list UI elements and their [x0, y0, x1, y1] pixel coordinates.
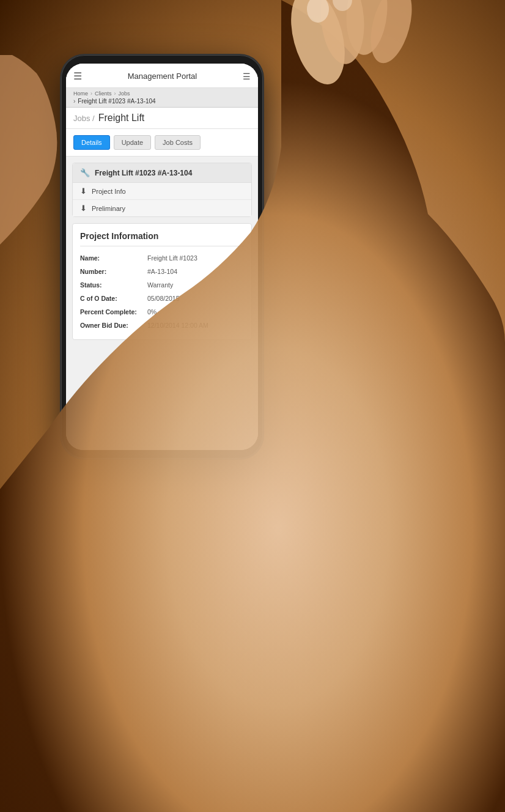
- breadcrumb-sep-1: ›: [90, 90, 92, 97]
- menu-left-icon[interactable]: ☰: [73, 70, 82, 82]
- breadcrumb-clients[interactable]: Clients: [95, 90, 112, 97]
- info-label-name: Name:: [80, 254, 147, 262]
- project-info-card: Project Information Name: Freight Lift #…: [72, 223, 252, 340]
- info-row-percent: Percent Complete: 0%: [80, 305, 244, 319]
- phone-screen: ☰ Management Portal ☰ Home › Clients › J…: [66, 64, 258, 450]
- info-value-owner-bid: 12/10/2014 12:00 AM: [147, 322, 208, 329]
- info-label-percent: Percent Complete:: [80, 308, 147, 316]
- project-card: 🔧 Freight Lift #1023 #A-13-104 ⬇ Project…: [72, 163, 252, 217]
- breadcrumb-arrow-icon: ›: [73, 98, 75, 105]
- download-label-2: Preliminary: [92, 205, 125, 212]
- menu-right-icon[interactable]: ☰: [243, 72, 251, 81]
- breadcrumb-current-label: Freight Lift #1023 #A-13-104: [78, 98, 155, 105]
- info-label-cof-date: C of O Date:: [80, 295, 147, 302]
- breadcrumb-home[interactable]: Home: [73, 90, 88, 97]
- info-value-number: #A-13-104: [147, 268, 177, 275]
- breadcrumb-current: › Freight Lift #1023 #A-13-104: [73, 98, 251, 105]
- phone-device: ☰ Management Portal ☰ Home › Clients › J…: [61, 55, 263, 459]
- app-header: ☰ Management Portal ☰: [66, 64, 258, 88]
- download-icon-1: ⬇: [80, 186, 87, 196]
- info-value-cof-date: 05/08/2015: [147, 295, 180, 302]
- page-title-main: Freight Lift: [98, 113, 145, 124]
- tab-update[interactable]: Update: [114, 135, 151, 150]
- wrench-icon: 🔧: [80, 168, 90, 177]
- info-label-number: Number:: [80, 268, 147, 275]
- info-value-name: Freight Lift #1023: [147, 254, 197, 262]
- breadcrumb-bar: Home › Clients › Jobs › Freight Lift #10…: [66, 88, 258, 108]
- breadcrumb-sep-2: ›: [114, 90, 116, 97]
- project-card-header: 🔧 Freight Lift #1023 #A-13-104: [73, 163, 251, 183]
- download-label-1: Project Info: [92, 188, 126, 195]
- project-card-title: Freight Lift #1023 #A-13-104: [95, 169, 192, 177]
- breadcrumb-jobs[interactable]: Jobs: [119, 90, 130, 97]
- info-row-owner-bid: Owner Bid Due: 12/10/2014 12:00 AM: [80, 319, 244, 332]
- download-project-info[interactable]: ⬇ Project Info: [73, 183, 251, 200]
- info-row-cof-date: C of O Date: 05/08/2015: [80, 292, 244, 305]
- download-preliminary[interactable]: ⬇ Preliminary: [73, 200, 251, 216]
- page-title-prefix: Jobs /: [73, 114, 95, 123]
- tab-details[interactable]: Details: [73, 135, 110, 150]
- info-value-percent: 0%: [147, 308, 157, 316]
- tab-bar: Details Update Job Costs: [66, 129, 258, 157]
- project-info-title: Project Information: [80, 231, 244, 246]
- tab-job-costs[interactable]: Job Costs: [155, 135, 201, 150]
- info-row-number: Number: #A-13-104: [80, 265, 244, 278]
- main-content: 🔧 Freight Lift #1023 #A-13-104 ⬇ Project…: [66, 157, 258, 450]
- breadcrumb-top: Home › Clients › Jobs: [73, 90, 251, 97]
- download-icon-2: ⬇: [80, 204, 87, 213]
- app-content: ☰ Management Portal ☰ Home › Clients › J…: [66, 64, 258, 450]
- info-value-status: Warranty: [147, 281, 173, 289]
- info-row-status: Status: Warranty: [80, 278, 244, 292]
- info-label-owner-bid: Owner Bid Due:: [80, 322, 147, 329]
- app-title: Management Portal: [128, 72, 197, 81]
- info-label-status: Status:: [80, 281, 147, 289]
- info-row-name: Name: Freight Lift #1023: [80, 251, 244, 265]
- page-title-bar: Jobs / Freight Lift: [66, 108, 258, 129]
